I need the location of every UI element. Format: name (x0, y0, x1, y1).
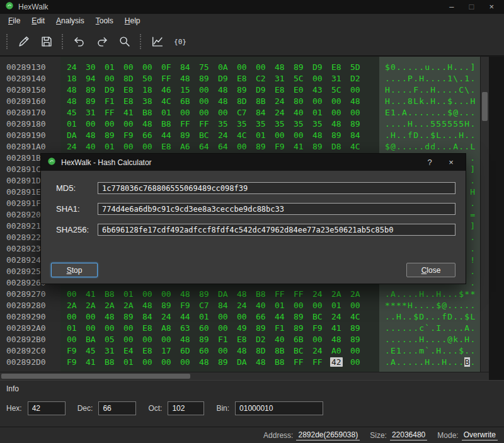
hex-byte[interactable]: D9 (105, 84, 123, 96)
hex-byte[interactable]: 00 (218, 345, 237, 357)
redo-icon[interactable] (92, 31, 112, 52)
hex-byte[interactable]: FF (161, 73, 180, 84)
row-ascii[interactable]: ****H....$@..... (379, 300, 480, 311)
hex-byte[interactable]: 89 (237, 84, 256, 96)
hex-byte[interactable]: 94 (86, 73, 105, 84)
hex-byte[interactable]: 6B (294, 334, 312, 345)
row-bytes[interactable]: 0100000048B8FFFF3535353535354889 (60, 118, 379, 130)
hex-byte[interactable]: 8D (237, 96, 256, 107)
row-ascii[interactable]: .E1...m`.H...$.. (379, 345, 480, 357)
vertical-scrollbar[interactable] (480, 57, 489, 372)
hex-byte[interactable]: 00 (237, 311, 256, 323)
hex-byte[interactable]: F9 (67, 345, 86, 357)
row-ascii[interactable]: ......c`.I....A. (379, 323, 480, 334)
hex-byte[interactable]: 48 (180, 73, 199, 84)
hex-byte[interactable]: 00 (218, 107, 237, 118)
hex-byte[interactable]: 35 (256, 118, 275, 130)
hex-byte[interactable]: 42 (331, 357, 350, 368)
hex-byte[interactable]: 18 (67, 73, 86, 84)
hex-byte[interactable]: 5C (294, 73, 312, 84)
hex-byte[interactable]: 00 (105, 73, 123, 84)
hex-byte[interactable]: 4C (237, 130, 256, 141)
hex-byte[interactable]: F9 (275, 141, 294, 152)
hex-byte[interactable]: 89 (180, 130, 199, 141)
hex-byte[interactable]: 8D (256, 345, 275, 357)
hex-byte[interactable]: 48 (67, 96, 86, 107)
hex-byte[interactable]: 00 (105, 323, 123, 334)
hex-byte[interactable]: 05 (105, 334, 123, 345)
hex-byte[interactable]: D9 (312, 62, 331, 73)
hex-byte[interactable]: 63 (180, 323, 199, 334)
hex-byte[interactable]: 00 (161, 334, 180, 345)
hex-byte[interactable]: 00 (331, 107, 350, 118)
hex-byte[interactable]: E8 (331, 62, 350, 73)
hex-byte[interactable]: E8 (123, 96, 142, 107)
row-ascii[interactable]: ..H..$D...fD..$L (379, 311, 480, 323)
hex-byte[interactable]: 00 (86, 118, 105, 130)
open-file-icon[interactable] (14, 31, 34, 52)
hex-byte[interactable]: A0 (331, 345, 350, 357)
dec-value-input[interactable] (98, 401, 136, 415)
hex-byte[interactable]: 41 (86, 289, 105, 300)
goto-address-icon[interactable]: {0} (170, 31, 190, 52)
hex-byte[interactable]: 00 (142, 141, 161, 152)
hex-byte[interactable]: BC (294, 345, 312, 357)
hex-byte[interactable]: 89 (350, 334, 369, 345)
hex-byte[interactable]: 30 (86, 62, 105, 73)
hex-byte[interactable]: 48 (218, 96, 237, 107)
hex-byte[interactable]: B8 (275, 357, 294, 368)
hex-byte[interactable]: 00 (275, 130, 294, 141)
row-ascii[interactable]: H...8Lk.H..$...H (379, 96, 480, 107)
hex-byte[interactable]: 01 (275, 300, 294, 311)
hex-byte[interactable]: F1 (275, 323, 294, 334)
hex-byte[interactable]: 00 (350, 107, 369, 118)
hex-byte[interactable]: 6D (180, 345, 199, 357)
hex-byte[interactable]: 00 (123, 141, 142, 152)
hex-byte[interactable]: 0F (161, 62, 180, 73)
hex-byte[interactable]: 48 (275, 62, 294, 73)
hex-byte[interactable]: 8D (123, 73, 142, 84)
hex-byte[interactable]: F9 (123, 130, 142, 141)
hex-byte[interactable]: 48 (350, 96, 369, 107)
hex-byte[interactable]: BA (86, 334, 105, 345)
hex-byte[interactable]: 89 (294, 311, 312, 323)
hex-byte[interactable]: 00 (123, 62, 142, 73)
minimize-icon[interactable]: – (449, 0, 454, 14)
dialog-close-icon[interactable]: × (443, 158, 459, 167)
hex-byte[interactable]: 31 (275, 73, 294, 84)
hex-byte[interactable]: 24 (237, 300, 256, 311)
toolbar-grip[interactable] (6, 34, 8, 49)
hex-byte[interactable]: 75 (199, 62, 218, 73)
hex-byte[interactable]: 89 (86, 96, 105, 107)
row-bytes[interactable]: 4889D9E8184615004889D9E8E0435C00 (60, 84, 379, 96)
row-bytes[interactable]: 01000000E8A86360004989F189F94189 (60, 323, 379, 334)
hex-byte[interactable]: 01 (199, 311, 218, 323)
hex-value-input[interactable] (28, 401, 66, 415)
hex-byte[interactable]: FF (199, 118, 218, 130)
hex-byte[interactable]: E8 (161, 141, 180, 152)
hex-byte[interactable]: B8 (161, 118, 180, 130)
row-ascii[interactable]: ....H...555555H. (379, 118, 480, 130)
hex-byte[interactable]: 15 (180, 84, 199, 96)
hex-byte[interactable]: 24 (331, 311, 350, 323)
hex-byte[interactable]: 8B (275, 345, 294, 357)
hex-byte[interactable]: 00 (350, 345, 369, 357)
hex-byte[interactable]: 01 (67, 323, 86, 334)
hex-byte[interactable]: 00 (67, 311, 86, 323)
row-ascii[interactable]: ......H....@k.H. (379, 334, 480, 345)
hex-byte[interactable]: 48 (142, 300, 161, 311)
hex-byte[interactable]: 48 (256, 357, 275, 368)
row-bytes[interactable]: 0041B80100004889DA48B8FFFF242A2A (60, 289, 379, 300)
hex-byte[interactable]: 2A (350, 289, 369, 300)
row-ascii[interactable]: E1.A.......$@... (379, 107, 480, 118)
hex-byte[interactable]: 35 (275, 118, 294, 130)
hex-byte[interactable]: E8 (123, 84, 142, 96)
menu-item-tools[interactable]: Tools (90, 14, 119, 28)
close-button[interactable]: Close (406, 263, 455, 277)
hex-byte[interactable]: 48 (180, 289, 199, 300)
hex-byte[interactable]: 01 (161, 107, 180, 118)
row-bytes[interactable]: 2440010000E8A664640089F94189D84C (60, 141, 379, 152)
hex-byte[interactable]: 24 (218, 130, 237, 141)
hex-byte[interactable]: 89 (350, 118, 369, 130)
hex-byte[interactable]: BC (199, 130, 218, 141)
